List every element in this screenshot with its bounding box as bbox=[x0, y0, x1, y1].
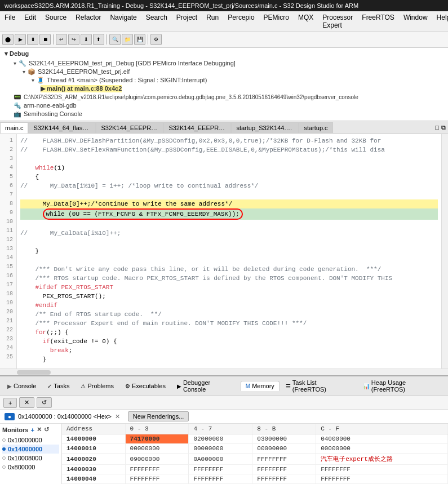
menu-refactor[interactable]: Refactor bbox=[73, 12, 103, 30]
memory-remove-monitor-btn[interactable]: ✕ bbox=[19, 397, 34, 408]
horizontal-scrollbar[interactable] bbox=[0, 368, 448, 375]
code-line: } bbox=[20, 247, 438, 256]
new-renderings-btn[interactable]: New Renderings... bbox=[128, 411, 189, 421]
toolbar-btn-8[interactable]: ⬆ bbox=[93, 34, 104, 45]
monitors-remove-icon[interactable]: ✕ bbox=[37, 426, 42, 433]
toolbar-btn-6[interactable]: ↪ bbox=[68, 34, 79, 45]
minimize-editor-icon[interactable]: □ bbox=[435, 124, 439, 131]
menu-navigate[interactable]: Navigate bbox=[108, 12, 139, 30]
toolbar-sep-3 bbox=[148, 34, 148, 45]
tab-problems[interactable]: ⚠ Problems bbox=[76, 381, 118, 391]
memory-toolbar: + ✕ ↺ bbox=[0, 396, 448, 410]
menu-processor-expert[interactable]: Processor Expert bbox=[320, 12, 355, 30]
tab-console[interactable]: ▶ Console bbox=[2, 381, 41, 391]
code-line-highlight-green: while (0U == (FTFx_FCNFG & FTFx_FCNFG_EE… bbox=[20, 208, 438, 220]
tab-executables[interactable]: ⚙ Executables bbox=[120, 381, 171, 391]
mem-row-14000020: 14000020 09000000 0A000000 FFFFFFFF 汽车电子… bbox=[62, 454, 448, 465]
menu-mqx[interactable]: MQX bbox=[296, 12, 316, 30]
tab-tasks[interactable]: ✓ Tasks bbox=[42, 381, 74, 391]
monitor-0x800000[interactable]: 0x800000 bbox=[2, 463, 59, 472]
menu-edit[interactable]: Edit bbox=[22, 12, 38, 30]
monitors-add-icon[interactable]: + bbox=[30, 427, 34, 433]
tab-heap-usage[interactable]: 📊 Heap Usage (FreeRTOS) bbox=[358, 378, 446, 394]
code-editor[interactable]: 12345 678910 1112131415 1617181920 21222… bbox=[0, 134, 448, 368]
memory-add-monitor-btn[interactable]: + bbox=[3, 398, 17, 408]
col-header-8-b: 8 - B bbox=[252, 424, 316, 434]
maximize-editor-icon[interactable]: ⧉ bbox=[441, 124, 446, 131]
gdb-node[interactable]: 🔩 arm-none-eabi-gdb bbox=[5, 101, 443, 110]
elf-node[interactable]: ▾ 📦 S32K144_EEEPROM_test_prj.elf bbox=[5, 68, 443, 76]
main-frame[interactable]: ▶ main() at main.c:88 0x4c2 bbox=[5, 85, 443, 93]
code-content[interactable]: // FLASH_DRV_DEFlashPartition(&My_pSSDCo… bbox=[17, 134, 441, 368]
tab-startup-c[interactable]: startup.c bbox=[299, 122, 332, 133]
menu-search[interactable]: Search bbox=[144, 12, 170, 30]
session-label: S32K144_EEEPROM_test_prj_Debug [GDB PEMi… bbox=[29, 60, 236, 66]
memory-reset-btn[interactable]: ↺ bbox=[37, 397, 52, 408]
main-label: ▶ main() at main.c:88 0x4c2 bbox=[41, 85, 122, 92]
editor-scrollbar[interactable] bbox=[441, 134, 448, 368]
menu-project[interactable]: Project bbox=[174, 12, 199, 30]
toolbar-btn-11[interactable]: 💾 bbox=[134, 34, 145, 45]
tab-main-c[interactable]: main.c bbox=[0, 122, 28, 134]
menu-file[interactable]: File bbox=[2, 12, 17, 30]
debug-session[interactable]: ▾ 🔧 S32K144_EEEPROM_test_prj_Debug [GDB … bbox=[5, 59, 443, 68]
mem-cell-14000000-4-7: 02000000 bbox=[189, 434, 252, 444]
executables-tab-label: Executables bbox=[132, 383, 166, 389]
tab-startup-s[interactable]: startup_S32K144.S... bbox=[231, 122, 299, 133]
memory-close-icon[interactable]: ✕ bbox=[115, 413, 120, 420]
menu-percepio[interactable]: Percepio bbox=[225, 12, 256, 30]
toolbar-btn-12[interactable]: ⚙ bbox=[150, 34, 162, 45]
thread-node[interactable]: ▾ 🧵 Thread #1 <main> (Suspended : Signal… bbox=[5, 76, 443, 85]
monitor-0x10000000[interactable]: 0x10000000 bbox=[2, 436, 59, 445]
mem-row-14000040: 14000040 FFFFFFFF FFFFFFFF FFFFFFFF FFFF… bbox=[62, 474, 448, 484]
semihosting-console[interactable]: 📺 Semihosting Console bbox=[5, 110, 443, 118]
mem-cell-14000000-0-3[interactable]: 74170000 bbox=[125, 434, 189, 444]
tab-memory[interactable]: M Memory bbox=[241, 381, 280, 391]
col-header-0-3: 0 - 3 bbox=[125, 424, 189, 434]
memory-address-bar: ● 0x14000000 : 0x14000000 <Hex> ✕ New Re… bbox=[0, 410, 448, 424]
code-line: for(;;) { bbox=[20, 328, 438, 337]
tab-eeeprom-1[interactable]: S32K144_EEEPROM_t... bbox=[96, 122, 163, 133]
code-line: // FLASH_DRV_DEFlashPartition(&My_pSSDCo… bbox=[20, 136, 438, 145]
monitor-0x14000000[interactable]: 0x14000000 bbox=[2, 445, 59, 454]
toolbar-btn-3[interactable]: ⏸ bbox=[27, 34, 38, 45]
monitors-refresh-icon[interactable]: ↺ bbox=[44, 426, 49, 433]
toolbar-btn-10[interactable]: 📁 bbox=[122, 34, 133, 45]
monitor-addr-0x10000000: 0x10000000 bbox=[8, 437, 42, 443]
problems-tab-icon: ⚠ bbox=[81, 383, 86, 389]
heap-usage-tab-label: Heap Usage (FreeRTOS) bbox=[371, 379, 441, 393]
toolbar-btn-4[interactable]: ⏹ bbox=[39, 34, 51, 45]
server-label: C:\NXP\S32DS_ARM_v2018.R1\eclipse\plugin… bbox=[24, 94, 358, 100]
elf-label: S32K144_EEEPROM_test_prj.elf bbox=[38, 68, 130, 75]
mem-row-14000000: 14000000 74170000 02000000 03000000 0400… bbox=[62, 434, 448, 444]
menu-window[interactable]: Window bbox=[401, 12, 430, 30]
menu-freertos[interactable]: FreeRTOS bbox=[360, 12, 397, 30]
mem-cell-14000030-4-7: FFFFFFFF bbox=[189, 465, 252, 474]
tab-task-list-freertos[interactable]: ☰ Task List (FreeRTOS) bbox=[281, 378, 357, 394]
toolbar-btn-7[interactable]: ⬇ bbox=[81, 34, 92, 45]
mem-cell-14000010-0-3: 00000000 bbox=[125, 444, 189, 454]
mem-cell-14000040-c-f: FFFFFFFF bbox=[316, 474, 448, 484]
menu-pemicro[interactable]: PEMicro bbox=[261, 12, 291, 30]
tasks-tab-icon: ✓ bbox=[47, 383, 52, 389]
toolbar-btn-9[interactable]: 🔍 bbox=[109, 34, 121, 45]
mem-row-14000010: 14000010 00000000 00000000 00000000 0000… bbox=[62, 444, 448, 454]
toolbar-btn-2[interactable]: ▶ bbox=[15, 34, 26, 45]
toolbar-btn-5[interactable]: ↩ bbox=[56, 34, 67, 45]
code-line: /*** Don't write any code pass this line… bbox=[20, 265, 438, 274]
tab-flash-ld[interactable]: S32K144_64_flash.ld bbox=[28, 122, 96, 133]
monitors-panel: Monitors + ✕ ↺ 0x10000000 0x14000000 bbox=[0, 424, 62, 484]
tab-eeeprom-2[interactable]: S32K144_EEEPROM_t... bbox=[163, 122, 231, 133]
monitor-0x10008000[interactable]: 0x10008000 bbox=[2, 454, 59, 463]
menu-source[interactable]: Source bbox=[43, 12, 69, 30]
mem-cell-14000040-4-7: FFFFFFFF bbox=[189, 474, 252, 484]
monitor-dot-0x14000000 bbox=[2, 447, 6, 451]
code-line bbox=[20, 154, 438, 163]
h-scroll-thumb[interactable] bbox=[17, 370, 51, 375]
expand-icon: ▾ bbox=[14, 60, 16, 66]
menu-run[interactable]: Run bbox=[204, 12, 221, 30]
server-console[interactable]: 📟 C:\NXP\S32DS_ARM_v2018.R1\eclipse\plug… bbox=[5, 93, 443, 101]
menu-help[interactable]: Help bbox=[434, 12, 448, 30]
tab-debugger-console[interactable]: ▶ Debugger Console bbox=[172, 378, 239, 394]
toolbar-btn-1[interactable]: ⬤ bbox=[2, 34, 14, 45]
